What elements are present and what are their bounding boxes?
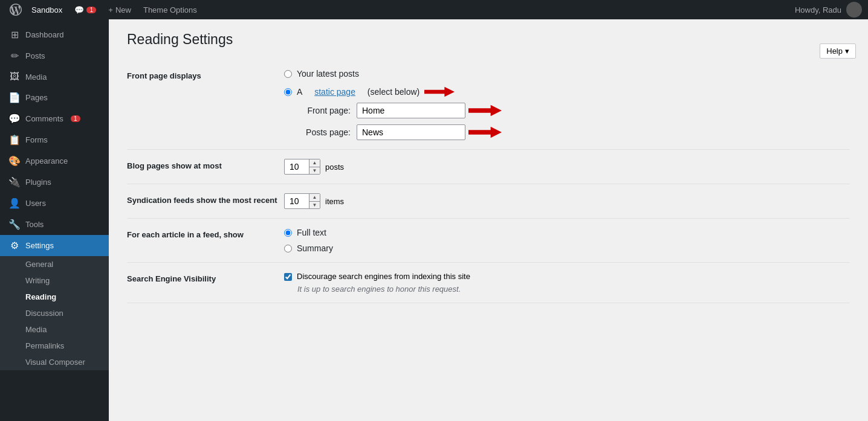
adminbar-site[interactable]: Sandbox	[25, 0, 68, 19]
sidebar-subitem-general[interactable]: General	[0, 256, 109, 272]
blog-pages-label: Blog pages show at most	[127, 159, 284, 175]
plus-icon: +	[108, 5, 113, 14]
comment-icon: 💬	[74, 5, 84, 14]
sidebar-item-settings[interactable]: ⚙ Settings	[0, 235, 109, 256]
sidebar-subitem-permalinks[interactable]: Permalinks	[0, 338, 109, 354]
theme-options-label: Theme Options	[143, 5, 197, 14]
wp-logo[interactable]	[6, 0, 25, 19]
red-arrow-static	[424, 85, 455, 99]
front-page-select[interactable]: Home	[357, 103, 465, 118]
sidebar-item-dashboard[interactable]: ⊞ Dashboard	[0, 24, 109, 45]
svg-marker-2	[468, 127, 502, 138]
dashboard-icon: ⊞	[8, 29, 21, 40]
sidebar-label-appearance: Appearance	[25, 156, 68, 166]
sidebar-subitem-writing[interactable]: Writing	[0, 272, 109, 289]
blog-pages-down[interactable]: ▼	[309, 167, 320, 175]
posts-icon: ✏	[8, 50, 21, 62]
comments-icon: 💬	[8, 113, 21, 124]
sidebar-subitem-reading[interactable]: Reading	[0, 289, 109, 305]
syndication-up[interactable]: ▲	[309, 194, 320, 202]
site-name-label: Sandbox	[31, 5, 62, 14]
new-label: New	[115, 5, 131, 14]
admin-bar: Sandbox 💬 1 + New Theme Options Howdy, R…	[0, 0, 868, 19]
search-engine-checkbox-row: Discourage search engines from indexing …	[284, 272, 850, 281]
front-page-select-row: Front page: Home	[284, 103, 850, 118]
settings-submenu: General Writing Reading Discussion Media…	[0, 256, 109, 370]
discussion-label: Discussion	[25, 309, 63, 318]
sidebar-label-forms: Forms	[25, 135, 48, 144]
search-engine-label: Search Engine Visibility	[127, 272, 284, 294]
sidebar-subitem-visual-composer[interactable]: Visual Composer	[0, 354, 109, 370]
front-page-radio-group: Your latest posts A static page (select …	[284, 69, 850, 99]
media-icon: 🖼	[8, 71, 21, 82]
front-page-field: Your latest posts A static page (select …	[284, 69, 850, 140]
static-page-link[interactable]: static page	[314, 87, 355, 97]
search-engine-section: Search Engine Visibility Discourage sear…	[127, 263, 850, 303]
adminbar-comments[interactable]: 💬 1	[68, 0, 102, 19]
search-engine-checkbox[interactable]	[284, 273, 292, 281]
front-page-select-label: Front page:	[296, 106, 351, 115]
help-label: Help	[826, 47, 843, 56]
radio-static-suffix: (select below)	[368, 87, 419, 97]
feed-article-radio-group: Full text Summary	[284, 228, 850, 253]
help-chevron-icon: ▾	[845, 47, 849, 56]
sidebar-subitem-media[interactable]: Media	[0, 321, 109, 338]
posts-page-select-label: Posts page:	[296, 127, 351, 137]
posts-page-select[interactable]: News	[357, 124, 465, 140]
syndication-input-wrapper: ▲ ▼	[284, 193, 320, 209]
sidebar-item-users[interactable]: 👤 Users	[0, 193, 109, 214]
settings-icon: ⚙	[8, 240, 21, 251]
adminbar-new[interactable]: + New	[102, 0, 137, 19]
radio-static-prefix: A	[297, 87, 302, 97]
blog-pages-up[interactable]: ▲	[309, 159, 320, 167]
sidebar-subitem-discussion[interactable]: Discussion	[0, 305, 109, 321]
sidebar-item-forms[interactable]: 📋 Forms	[0, 129, 109, 150]
radio-latest-input[interactable]	[284, 70, 292, 78]
tools-icon: 🔧	[8, 219, 21, 230]
blog-pages-inline: ▲ ▼ posts	[284, 159, 850, 175]
front-page-section: Front page displays Your latest posts A …	[127, 60, 850, 150]
appearance-icon: 🎨	[8, 155, 21, 167]
sidebar-item-tools[interactable]: 🔧 Tools	[0, 214, 109, 235]
radio-summary[interactable]: Summary	[284, 243, 850, 253]
posts-page-select-wrapper: News	[357, 124, 465, 140]
help-button[interactable]: Help ▾	[820, 43, 856, 59]
sidebar-label-pages: Pages	[25, 93, 48, 102]
syndication-inline: ▲ ▼ items	[284, 193, 850, 209]
radio-static-page[interactable]: A static page (select below)	[284, 85, 850, 99]
posts-page-select-row: Posts page: News	[284, 124, 850, 140]
radio-static-input[interactable]	[284, 88, 292, 96]
radio-full-text[interactable]: Full text	[284, 228, 850, 237]
sidebar-item-pages[interactable]: 📄 Pages	[0, 87, 109, 108]
sidebar: ⊞ Dashboard ✏ Posts 🖼 Media 📄 Pages 💬 Co…	[0, 19, 109, 421]
sidebar-label-settings: Settings	[25, 241, 54, 250]
syndication-down[interactable]: ▼	[309, 202, 320, 209]
syndication-spinners: ▲ ▼	[309, 194, 320, 208]
sidebar-item-posts[interactable]: ✏ Posts	[0, 45, 109, 66]
general-label: General	[25, 260, 53, 269]
user-avatar[interactable]	[846, 2, 862, 18]
svg-marker-0	[424, 87, 455, 97]
sidebar-item-appearance[interactable]: 🎨 Appearance	[0, 150, 109, 172]
adminbar-theme-options[interactable]: Theme Options	[137, 0, 203, 19]
search-engine-note: It is up to search engines to honor this…	[284, 284, 850, 294]
radio-full-input[interactable]	[284, 229, 292, 237]
plugins-icon: 🔌	[8, 176, 21, 188]
radio-summary-label: Summary	[297, 243, 333, 253]
sidebar-item-comments[interactable]: 💬 Comments 1	[0, 108, 109, 129]
radio-latest-posts[interactable]: Your latest posts	[284, 69, 850, 79]
red-arrow-front-page	[468, 103, 502, 118]
radio-summary-input[interactable]	[284, 245, 292, 252]
comments-badge: 1	[71, 115, 80, 122]
sidebar-item-media[interactable]: 🖼 Media	[0, 66, 109, 87]
sidebar-label-dashboard: Dashboard	[25, 30, 64, 39]
sidebar-item-plugins[interactable]: 🔌 Plugins	[0, 172, 109, 193]
blog-pages-suffix: posts	[325, 162, 344, 172]
page-title: Reading Settings	[127, 31, 850, 48]
sidebar-label-tools: Tools	[25, 220, 44, 229]
reading-label: Reading	[25, 292, 56, 301]
feed-article-label: For each article in a feed, show	[127, 228, 284, 253]
forms-icon: 📋	[8, 134, 21, 146]
content-area: Help ▾ Reading Settings Front page displ…	[109, 19, 868, 421]
sidebar-label-plugins: Plugins	[25, 178, 51, 187]
